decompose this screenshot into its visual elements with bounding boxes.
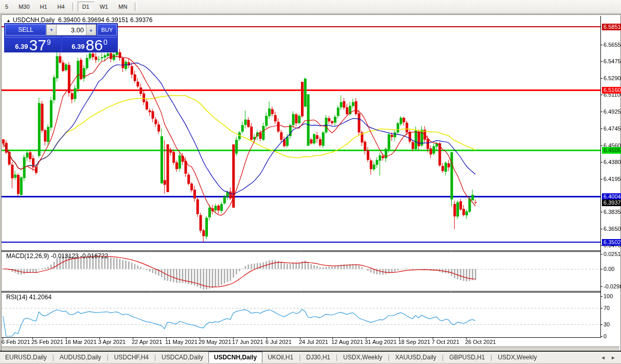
tab-usdx-weekly[interactable]: USDX,Weekly xyxy=(493,352,542,362)
tab-separator: | xyxy=(107,354,109,361)
ask-price-display[interactable]: 6.39 86 0 xyxy=(62,37,117,52)
macd-indicator-label: MACD(12,26,9) -0.013123 -0.016722 xyxy=(6,252,108,260)
rsi-axis-tick-label: 70 xyxy=(604,305,610,311)
price-axis-tick-label: 6.38350 xyxy=(604,209,621,215)
lot-decrease-button[interactable]: ▼ xyxy=(46,24,57,35)
tab-audusd-daily[interactable]: AUDUSD,Daily xyxy=(55,352,107,362)
price-axis-tick-label: 6.36500 xyxy=(604,226,621,232)
bid-price-big: 37 xyxy=(29,39,46,52)
price-axis-tick-label: 6.41950 xyxy=(604,176,621,182)
date-axis-label: 11 May 2021 xyxy=(165,339,198,345)
ask-price-prefix: 6.39 xyxy=(72,43,84,50)
date-axis-label: 22 Apr 2021 xyxy=(132,339,162,345)
bid-price-display[interactable]: 6.39 37 9 xyxy=(5,37,61,52)
tab-separator: | xyxy=(336,354,338,361)
lot-increase-button[interactable]: ▲ xyxy=(86,24,96,35)
price-line-label: 6.45060 xyxy=(602,147,621,154)
buy-button[interactable]: BUY xyxy=(97,24,117,35)
tab-separator: | xyxy=(491,354,492,361)
price-axis-tick-label: 6.52900 xyxy=(604,75,621,81)
tab-separator: | xyxy=(442,354,443,361)
window-bottom-edge xyxy=(2,347,619,350)
tab-scroll-left-arrow[interactable]: ◄ xyxy=(600,355,606,360)
timeframe-toolbar: 5M30H1H4D1W1MN xyxy=(0,0,621,13)
price-line-label: 6.58514 xyxy=(602,24,621,30)
tab-eurusd-daily[interactable]: EURUSD,Daily xyxy=(0,352,52,362)
lot-size-input[interactable] xyxy=(57,24,86,35)
chart-window-usdcnh: ▲USDCNH,Daily 6.39400 6.39694 6.39151 6.… xyxy=(1,14,621,351)
sell-button[interactable]: SELL xyxy=(5,24,46,35)
price-axis-tick-label: 6.56550 xyxy=(604,42,621,48)
one-click-trading-panel: SELL ▼ ▲ BUY 6.39 37 9 6.39 86 0 xyxy=(4,23,118,52)
date-axis-label: 6 Feb 2021 xyxy=(2,339,30,345)
macd-axis-tick-label: 0.025100 xyxy=(604,251,621,257)
price-line-label: 6.51605 xyxy=(602,87,621,94)
date-axis-label: 31 Aug 2021 xyxy=(365,339,397,345)
rsi-axis-tick-label: 100 xyxy=(604,293,613,299)
tab-separator: | xyxy=(388,354,389,361)
symbol-tab-bar: EURUSD,Daily|AUDUSD,Daily|USDCHF,H4|USDC… xyxy=(0,351,621,363)
chart-symbol-label: USDCNH,Daily xyxy=(13,16,55,24)
rsi-axis-tick-label: 0 xyxy=(604,333,607,339)
timeframe-button-m30[interactable]: M30 xyxy=(14,2,34,12)
timeframe-button-h4[interactable]: H4 xyxy=(53,2,69,12)
price-axis-tick-label: 6.43800 xyxy=(604,159,621,165)
tab-arrows: ◄► xyxy=(600,355,616,360)
tab-usdchf-h4[interactable]: USDCHF,H4 xyxy=(109,352,154,362)
ask-price-big: 86 xyxy=(86,39,103,52)
date-axis-label: 16 Mar 2021 xyxy=(65,339,97,345)
tab-usdx-weekly[interactable]: USDX,Weekly xyxy=(338,352,387,362)
date-axis-label: 6 Jul 2021 xyxy=(265,339,292,345)
tab-dj30-h1[interactable]: DJ30,H1 xyxy=(301,352,335,362)
price-chart-canvas[interactable] xyxy=(2,15,619,350)
date-axis-label: 26 Oct 2021 xyxy=(465,339,496,345)
rsi-indicator-label: RSI(14) 41.2064 xyxy=(6,294,51,301)
tab-separator: | xyxy=(154,354,156,361)
macd-axis-tick-label: -0.029880 xyxy=(604,283,621,289)
chart-workspace: ▲USDCNH,Daily 6.39400 6.39694 6.39151 6.… xyxy=(0,13,621,351)
price-axis-tick-label: 6.49250 xyxy=(604,108,621,115)
tab-usdcnh-daily[interactable]: USDCNH,Daily xyxy=(208,352,262,363)
mt4-trading-platform: { "toolbar": { "items": [ {"label": "5"}… xyxy=(0,0,621,364)
timeframe-button-d1[interactable]: D1 xyxy=(78,2,94,12)
date-axis-label: 7 Oct 2021 xyxy=(432,339,459,345)
date-axis-label: 17 Jun 2021 xyxy=(232,339,263,345)
chart-title: ▲USDCNH,Daily 6.39400 6.39694 6.39151 6.… xyxy=(6,16,152,24)
date-axis-label: 3 Apr 2021 xyxy=(98,339,126,345)
price-axis-tick-label: 6.54750 xyxy=(604,58,621,64)
tab-ukoil-h1[interactable]: UKOil,H1 xyxy=(262,352,298,362)
bid-price-sup: 9 xyxy=(47,39,51,46)
tab-usdcad-daily[interactable]: USDCAD,Daily xyxy=(156,352,208,362)
tab-separator: | xyxy=(52,354,54,361)
toolbar-separator xyxy=(135,3,137,11)
chart-ohlc-values: 6.39400 6.39694 6.39151 6.39376 xyxy=(58,16,153,24)
timeframe-button-mn[interactable]: MN xyxy=(114,2,132,12)
date-axis-label: 24 Jul 2021 xyxy=(299,339,328,345)
tab-gbpusd-h1[interactable]: GBPUSD,H1 xyxy=(444,352,490,362)
date-axis-label: 18 Sep 2021 xyxy=(398,339,430,345)
timeframe-button-5[interactable]: 5 xyxy=(1,2,13,12)
date-axis-label: 12 Aug 2021 xyxy=(331,339,363,345)
macd-axis-tick-label: 0.00 xyxy=(604,266,614,272)
ask-price-sup: 0 xyxy=(103,39,108,46)
tab-xauusd-daily[interactable]: XAUUSD,Daily xyxy=(390,352,441,362)
bid-price-prefix: 6.39 xyxy=(15,43,28,50)
timeframe-button-h1[interactable]: H1 xyxy=(36,2,52,12)
timeframe-button-w1[interactable]: W1 xyxy=(95,2,113,12)
price-line-label: 6.35025 xyxy=(602,239,621,246)
tab-scroll-right-arrow[interactable]: ► xyxy=(611,355,616,360)
date-axis-label: 25 Feb 2021 xyxy=(31,339,63,345)
price-line-label: 6.39376 xyxy=(602,199,621,206)
price-axis-tick-label: 6.47450 xyxy=(604,125,621,132)
rsi-axis-tick-label: 30 xyxy=(604,321,610,327)
date-axis-label: 29 May 2021 xyxy=(199,339,232,345)
toolbar-separator xyxy=(73,3,75,11)
tab-separator: | xyxy=(299,354,300,361)
collapse-panel-arrow[interactable]: ▲ xyxy=(6,18,11,23)
